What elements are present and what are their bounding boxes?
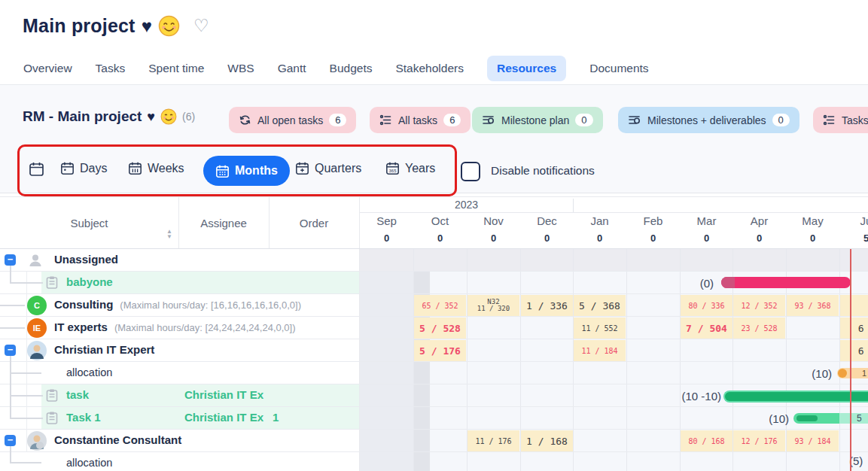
- tree-connector: [10, 446, 11, 463]
- row-subject[interactable]: allocation: [66, 457, 112, 469]
- table-row-task-1[interactable]: Task 1 Christian IT Ex 1: [0, 407, 868, 430]
- allocation-cell: 80 / 336: [681, 295, 732, 316]
- row-subject[interactable]: Task 1: [66, 411, 101, 424]
- tab-resources[interactable]: Resources: [487, 56, 566, 81]
- filter-all-tasks-button[interactable]: All tasks 6: [370, 107, 471, 133]
- gantt-bar-babyone[interactable]: [721, 277, 851, 288]
- tab-wbs[interactable]: WBS: [227, 62, 254, 75]
- tab-gantt[interactable]: Gantt: [278, 62, 306, 75]
- timescale-label: Days: [80, 162, 107, 175]
- gantt-bar-task-1[interactable]: 5: [793, 413, 868, 424]
- allocation-cell: 93 / 368: [787, 295, 839, 316]
- row-subject[interactable]: allocation: [66, 366, 112, 378]
- month-count: 0: [573, 232, 626, 244]
- collapse-button[interactable]: −: [5, 435, 16, 446]
- row-subject[interactable]: babyone: [66, 275, 113, 288]
- collapse-button[interactable]: −: [5, 345, 16, 356]
- filter-count-badge: 6: [443, 114, 461, 126]
- filter-label: All open tasks: [257, 114, 323, 126]
- task-list-icon: [379, 114, 392, 126]
- page-title: Main project: [23, 15, 136, 37]
- tab-spent-time[interactable]: Spent time: [148, 62, 204, 75]
- table-row-allocation[interactable]: allocation: [0, 452, 868, 471]
- filter-label: Milestone plan: [501, 114, 569, 126]
- allocation-cell: N32 11 / 320: [468, 295, 519, 316]
- row-order: 1: [273, 411, 279, 424]
- row-subject[interactable]: Consulting(Maximal hours/day: [16,16,16,…: [54, 298, 301, 311]
- month-header: Apr: [732, 214, 786, 227]
- task-list-icon: [823, 114, 836, 126]
- column-divider: [178, 197, 179, 249]
- filter-label: Milestones + deliverables: [647, 114, 766, 126]
- bar-progress-segment: [796, 415, 818, 421]
- month-header: Nov: [467, 214, 520, 227]
- allocation-cell: 5 / 368: [574, 295, 626, 316]
- filter-milestone-plan-button[interactable]: Milestone plan 0: [472, 107, 603, 133]
- month-header: Ju: [839, 214, 868, 227]
- year-row-border: [360, 212, 868, 213]
- refresh-icon: [239, 114, 251, 126]
- month-header: May: [786, 214, 839, 227]
- svg-text:365: 365: [389, 169, 397, 173]
- allocation-cell: 11 / 552: [574, 318, 626, 339]
- bar-label: (5): [849, 454, 868, 467]
- heart-icon: ♥: [147, 109, 155, 125]
- view-title: RM - Main project: [23, 108, 142, 125]
- tab-documents[interactable]: Documents: [589, 62, 648, 75]
- table-row-unassigned[interactable]: − Unassigned: [0, 249, 868, 272]
- timescale-quarters-button[interactable]: Quarters: [295, 161, 361, 175]
- tab-tasks[interactable]: Tasks: [96, 62, 126, 75]
- timescale-weeks-button[interactable]: Weeks: [128, 161, 184, 175]
- row-subject[interactable]: Christian IT Expert: [54, 343, 154, 356]
- filter-milestones-deliverables-button[interactable]: Milestones + deliverables 0: [618, 107, 799, 133]
- row-subject[interactable]: task: [66, 388, 89, 401]
- column-header-assignee[interactable]: Assignee: [178, 217, 269, 229]
- tab-budgets[interactable]: Budgets: [330, 62, 373, 75]
- row-subject[interactable]: Constantine Consultant: [54, 433, 181, 446]
- allocation-cell: 5 / 528: [414, 318, 466, 339]
- allocation-cell: 1 / 336: [521, 295, 573, 316]
- collapse-button[interactable]: −: [5, 254, 16, 266]
- month-header: Feb: [626, 214, 680, 227]
- month-count: 0: [786, 232, 839, 244]
- allocation-cell: 6 /: [840, 318, 868, 339]
- timescale-days-button[interactable]: Days: [60, 161, 107, 175]
- sort-icon[interactable]: ▲▼: [166, 229, 172, 239]
- allocation-cell: 6 /: [840, 340, 868, 361]
- timescale-label: Quarters: [315, 162, 361, 175]
- filter-all-open-tasks-button[interactable]: All open tasks 6: [229, 107, 356, 133]
- filter-search-icon: [482, 114, 495, 126]
- timescale-years-button[interactable]: 365 Years: [385, 161, 435, 175]
- disable-notifications-checkbox[interactable]: [461, 162, 480, 181]
- smiley-emoji-icon: [160, 108, 177, 125]
- bar-value: 1: [862, 369, 866, 378]
- column-header-order[interactable]: Order: [269, 217, 359, 229]
- gantt-bar-christian-allocation[interactable]: 1: [837, 368, 868, 378]
- table-row-allocation[interactable]: allocation: [0, 362, 868, 384]
- clipboard-icon: [45, 275, 59, 290]
- tree-connector: [10, 418, 43, 419]
- allocation-cell: 23 / 528: [733, 318, 785, 339]
- gantt-bar-task[interactable]: [723, 390, 868, 403]
- tree-connector: [0, 327, 25, 329]
- timescale-months-button[interactable]: Months: [203, 156, 290, 186]
- tree-connector: [10, 395, 43, 397]
- tree-connector: [10, 356, 11, 419]
- tab-overview[interactable]: Overview: [23, 62, 72, 75]
- row-subject[interactable]: Unassigned: [54, 253, 118, 266]
- tab-stakeholders[interactable]: Stakeholders: [395, 62, 463, 75]
- bar-label: (10 -10): [662, 390, 721, 403]
- column-header-subject[interactable]: Subject: [0, 217, 178, 229]
- month-count: 0: [413, 232, 467, 244]
- max-hours-note: (Maximal hours/day: [24,24,24,24,24,0,0]…: [114, 322, 296, 333]
- filter-tasks-button[interactable]: Tasks: [813, 107, 868, 133]
- gutter-divider: [26, 272, 27, 452]
- bar-light-segment: [839, 413, 868, 424]
- calendar-icon-button[interactable]: [29, 161, 44, 177]
- header-top-border: [0, 196, 868, 197]
- avatar: C: [27, 296, 47, 315]
- allocation-cell: 5 / 176: [414, 340, 466, 361]
- favorite-toggle-icon[interactable]: ♡: [193, 16, 209, 36]
- tree-connector: [0, 305, 25, 306]
- row-subject[interactable]: IT experts(Maximal hours/day: [24,24,24,…: [54, 321, 296, 333]
